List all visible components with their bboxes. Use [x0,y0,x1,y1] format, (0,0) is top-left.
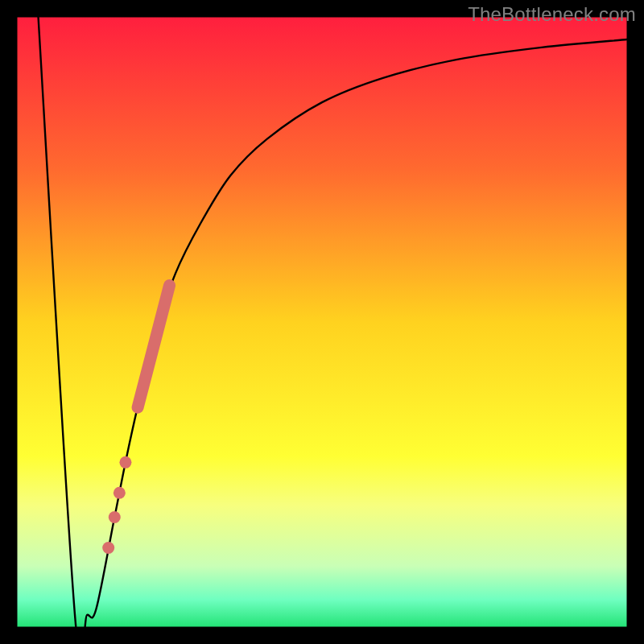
watermark-text: TheBottleneck.com [468,3,636,26]
bottleneck-chart: TheBottleneck.com [0,0,644,644]
marker-dot [119,456,131,469]
plot-background [17,17,627,627]
chart-svg [0,0,644,644]
marker-dot [102,542,114,554]
marker-dot [114,487,126,499]
marker-dot [109,511,121,523]
